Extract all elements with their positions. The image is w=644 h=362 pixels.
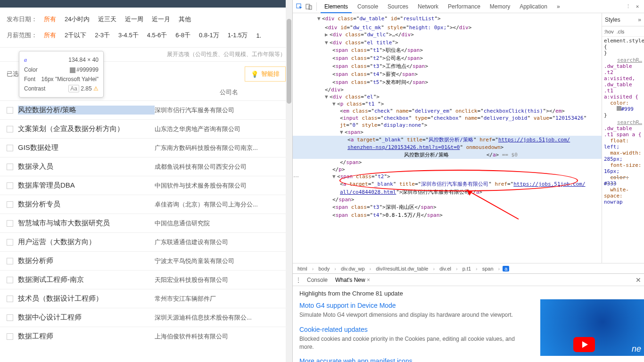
job-title[interactable]: 数据工程师	[18, 332, 155, 341]
whatsnew-item[interactable]: Cookie-related updatesBlocked cookies an…	[299, 326, 526, 351]
job-checkbox[interactable]	[7, 145, 13, 151]
hov-toggle[interactable]: :hov	[604, 29, 614, 34]
whatsnew-body[interactable]: Highlights from the Chrome 81 update Mot…	[293, 286, 644, 362]
tab-performance[interactable]: Performance	[444, 0, 484, 13]
job-title[interactable]: 数据中心设计工程师	[18, 313, 155, 322]
job-company[interactable]: 天阳宏业科技股份有限公司	[155, 276, 228, 284]
whatsnew-item[interactable]: More accurate web app manifest icons	[299, 357, 526, 362]
job-checkbox[interactable]	[7, 333, 13, 340]
job-checkbox[interactable]	[7, 220, 13, 227]
job-checkbox[interactable]	[7, 239, 13, 246]
job-title[interactable]: 用户运营（大数据方向）	[18, 238, 155, 247]
job-row[interactable]: 文案策划（企宣及数据分析方向） 山东浩之华房地产咨询有限公司	[0, 119, 292, 138]
job-company[interactable]: 常州市安江车辆部件厂	[155, 295, 216, 303]
tab-console[interactable]: Console	[354, 0, 382, 13]
job-checkbox[interactable]	[7, 164, 13, 170]
job-title[interactable]: 数据库管理员DBA	[18, 181, 155, 190]
job-row[interactable]: GIS数据处理 广东南方数码科技股份有限公司南京...	[0, 138, 292, 157]
close-icon[interactable]: ✕	[634, 3, 641, 10]
whatsnew-item[interactable]: Moto G4 support in Device ModeSimulate M…	[299, 302, 526, 319]
job-row[interactable]: 技术员（数据设计工程师） 常州市安江车辆部件厂	[0, 289, 292, 308]
job-company[interactable]: 深圳天源迪科信息技术股份有限公...	[155, 313, 252, 322]
tab-memory[interactable]: Memory	[486, 0, 514, 13]
cls-toggle[interactable]: .cls	[617, 29, 625, 34]
job-checkbox[interactable]	[7, 314, 13, 321]
breadcrumb-item[interactable]: html	[296, 266, 309, 272]
job-row[interactable]: 数据分析专员 卓佳咨询（北京）有限公司上海分公...	[0, 195, 292, 214]
job-title[interactable]: 文案策划（企宣及数据分析方向）	[18, 124, 155, 133]
breadcrumb-item[interactable]: div.dw_wp	[339, 266, 367, 272]
job-title[interactable]: 数据分析专员	[18, 200, 155, 209]
smart-sort-button[interactable]: 💡智能排	[245, 66, 286, 82]
more-icon[interactable]: »	[635, 16, 644, 23]
salary-opt[interactable]: 1-1.5万	[228, 31, 248, 40]
device-toggle-icon[interactable]	[305, 3, 313, 10]
job-checkbox[interactable]	[7, 296, 13, 302]
breadcrumb-item[interactable]: div#resultList.dw_table	[374, 266, 430, 272]
breadcrumb-item[interactable]: a	[503, 266, 509, 272]
job-company[interactable]: 中国信息通信研究院	[155, 219, 210, 228]
job-row[interactable]: 智慧城市与城市大数据研究员 中国信息通信研究院	[0, 214, 292, 232]
publish-opt[interactable]: 近一月	[152, 15, 170, 24]
salary-opt[interactable]: 0.8-1万	[199, 31, 219, 40]
job-checkbox[interactable]	[7, 277, 13, 283]
job-title[interactable]: 数据录入员	[18, 162, 155, 171]
job-title[interactable]: 技术员（数据设计工程师）	[18, 294, 155, 303]
kebab-menu-icon[interactable]: ⋮	[296, 277, 301, 283]
job-company[interactable]: 山东浩之华房地产咨询有限公司	[155, 125, 240, 133]
job-title[interactable]: 数据分析师	[18, 256, 155, 265]
drawer-tab-console[interactable]: Console	[305, 277, 330, 283]
job-row[interactable]: 数据测试工程师-南京 天阳宏业科技股份有限公司	[0, 270, 292, 289]
job-row[interactable]: 数据录入员 成都鱼说科技有限公司西安分公司	[0, 157, 292, 176]
publish-opt[interactable]: 24小时内	[65, 15, 90, 24]
job-company[interactable]: 卓佳咨询（北京）有限公司上海分公...	[155, 200, 258, 209]
publish-opt[interactable]: 其他	[179, 15, 191, 24]
whatsnew-video[interactable]: ne	[540, 299, 644, 356]
job-row[interactable]: 数据工程师 上海伯俊软件科技有限公司	[0, 327, 292, 346]
job-checkbox[interactable]	[7, 258, 13, 264]
job-row[interactable]: 风控数据分析/策略 深圳市侣行汽车服务有限公司	[0, 100, 292, 119]
dom-breadcrumb[interactable]: html›body›div.dw_wp›div#resultList.dw_ta…	[293, 263, 644, 273]
job-title[interactable]: GIS数据处理	[18, 143, 155, 152]
job-row[interactable]: 数据库管理员DBA 中国软件与技术服务股份有限公司	[0, 176, 292, 195]
tab-sources[interactable]: Sources	[384, 0, 412, 13]
salary-opt[interactable]: 2千以下	[65, 31, 86, 40]
job-checkbox[interactable]	[7, 201, 13, 208]
publish-opt[interactable]: 近三天	[98, 15, 116, 24]
play-icon[interactable]	[573, 337, 595, 352]
job-company[interactable]: 深圳市侣行汽车服务有限公司	[155, 106, 234, 115]
job-row[interactable]: 数据分析师 宁波太平鸟悦尚童装有限公司	[0, 251, 292, 270]
more-tabs-icon[interactable]: »	[553, 0, 564, 13]
job-title[interactable]: 风控数据分析/策略	[18, 106, 155, 115]
publish-opt[interactable]: 所有	[44, 15, 56, 24]
job-checkbox[interactable]	[7, 126, 13, 132]
job-company[interactable]: 广东联通通信建设有限公司	[155, 238, 228, 247]
salary-opt[interactable]: 1.	[256, 32, 261, 39]
publish-opt[interactable]: 近一周	[125, 15, 143, 24]
scrollbar[interactable]	[286, 0, 292, 362]
breadcrumb-item[interactable]: div.el	[438, 266, 453, 272]
inspect-icon[interactable]	[296, 3, 303, 10]
job-company[interactable]: 中国软件与技术服务股份有限公司	[155, 181, 247, 190]
job-title[interactable]: 智慧城市与城市大数据研究员	[18, 219, 155, 228]
job-checkbox[interactable]	[7, 107, 13, 114]
job-company[interactable]: 上海伯俊软件科技有限公司	[155, 332, 228, 341]
salary-opt[interactable]: 所有	[44, 31, 56, 40]
salary-opt[interactable]: 2-3千	[95, 31, 110, 40]
salary-opt[interactable]: 3-4.5千	[118, 31, 139, 40]
job-row[interactable]: 数据中心设计工程师 深圳天源迪科信息技术股份有限公...	[0, 308, 292, 327]
job-title[interactable]: 数据测试工程师-南京	[18, 275, 155, 284]
styles-rules[interactable]: element.style {} searchR….dw_table .t2 a…	[602, 37, 644, 263]
close-tab-icon[interactable]: ×	[367, 277, 370, 283]
elements-tree[interactable]: ▼<div class="dw_table" id="resultList"><…	[293, 13, 602, 263]
job-company[interactable]: 广东南方数码科技股份有限公司南京...	[155, 144, 258, 152]
drawer-tab-whatsnew[interactable]: What's New ×	[333, 277, 372, 283]
tab-application[interactable]: Application	[516, 0, 551, 13]
salary-opt[interactable]: 4.5-6千	[147, 31, 167, 40]
job-company[interactable]: 宁波太平鸟悦尚童装有限公司	[155, 257, 234, 265]
job-company[interactable]: 成都鱼说科技有限公司西安分公司	[155, 163, 247, 171]
breadcrumb-item[interactable]: span	[480, 266, 495, 272]
job-row[interactable]: 用户运营（大数据方向） 广东联通通信建设有限公司	[0, 232, 292, 251]
job-checkbox[interactable]	[7, 182, 13, 189]
tab-elements[interactable]: Elements	[321, 0, 352, 13]
